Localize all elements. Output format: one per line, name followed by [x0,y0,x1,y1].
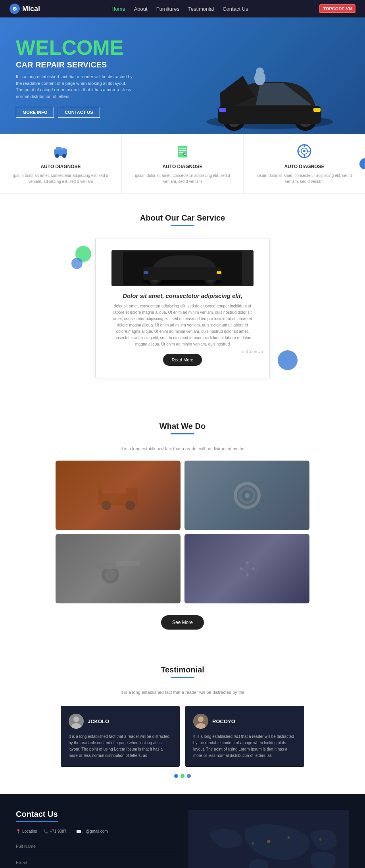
svg-rect-19 [179,150,186,151]
svg-point-54 [252,567,255,570]
service-title-2: AUTO DIAGNOSE [129,164,236,169]
about-watermark: TopCode.vn [240,349,263,354]
what-divider [171,433,194,434]
about-card-title: Dolor sit amet, consectetur adipiscing e… [111,292,254,299]
svg-point-46 [105,569,116,580]
svg-point-50 [242,563,253,574]
blue-blob-small [71,258,83,269]
svg-rect-37 [217,271,221,274]
read-more-button[interactable]: Read More [163,354,202,366]
svg-rect-20 [179,152,183,153]
testimonial-name-1: JCKOLO [88,718,109,724]
navbar: ⚙ Mical Home About Furnitures Testimonia… [0,0,365,17]
svg-rect-48 [116,561,140,566]
location-icon: 📍 [16,829,21,833]
svg-rect-36 [144,271,148,274]
svg-rect-39 [102,484,126,494]
svg-point-56 [73,716,79,722]
what-we-do-section: What We Do It is a long established fact… [0,406,365,649]
contact-email-text: ...@gmail.com [83,829,108,833]
testimonial-avatar-2 [193,714,208,729]
contact-title: Contact Us [16,810,58,822]
nav-testimonial[interactable]: Testimonial [188,6,214,12]
testimonial-section: Testimonial It is a long established fac… [0,649,365,794]
testimonial-cards: JCKOLO It is a long established fact tha… [16,706,349,767]
about-title: About Our Car Service [16,213,349,223]
testimonial-avatar-1 [69,714,84,729]
what-subtitle: It is a long established fact that a rea… [16,446,349,451]
svg-rect-8 [219,108,226,112]
hero-buttons: MORE INFO CONTACT US [16,107,190,118]
dot-2[interactable] [181,774,184,778]
testimonial-dot-nav [16,774,349,778]
about-car-bg [111,250,254,286]
full-name-input[interactable] [16,841,177,852]
svg-point-51 [246,561,249,565]
testimonial-name-2: ROCOYO [212,718,235,724]
svg-point-53 [240,567,243,570]
what-image-1 [56,461,181,530]
nav-home[interactable]: Home [111,6,125,12]
dot-3[interactable] [187,774,191,778]
svg-point-24 [303,150,305,152]
svg-point-14 [62,154,66,158]
contact-phone-text: +71 9087... [50,829,69,833]
nav-links: Home About Furnitures Testimonial Contac… [111,5,248,12]
contact-location: 📍 Locatins [16,829,37,833]
phone-icon: 📞 [43,829,48,833]
service-card-1: AUTO DIAGNOSE ipsum dolor sit amet, cons… [0,134,122,193]
about-divider [171,225,194,226]
about-section: About Our Car Service Dolo [0,194,365,406]
service-icon-1 [52,142,69,160]
what-image-grid [56,461,309,603]
what-image-2 [184,461,309,530]
nav-contact[interactable]: Contact Us [223,6,248,12]
svg-point-65 [319,838,322,841]
contact-info: 📍 Locatins 📞 +71 9087... ✉️ ...@gmail.co… [16,829,177,833]
hero-section: WELCOME CAR REPAIR SERVICES It is a long… [0,17,365,134]
services-bar: AUTO DIAGNOSE ipsum dolor sit amet, cons… [0,134,365,194]
logo-text: Mical [22,5,40,13]
svg-rect-16 [61,148,65,150]
service-desc-2: ipsum dolor sit amet, consectetur adipis… [129,173,236,184]
svg-point-63 [288,836,290,839]
svg-point-59 [198,716,204,722]
contact-form-area: Contact Us 📍 Locatins 📞 +71 9087... ✉️ .… [16,810,177,868]
svg-point-62 [267,840,271,843]
svg-point-64 [252,842,254,845]
service-title-3: AUTO DIAGNOSE [251,164,358,169]
see-more-button[interactable]: See More [161,615,204,630]
nav-about[interactable]: About [134,6,148,12]
hero-subtitle: CAR REPAIR SERVICES [16,60,190,69]
service-card-2: AUTO DIAGNOSE ipsum dolor sit amet, cons… [122,134,244,193]
contact-us-hero-button[interactable]: CONTACT US [58,107,100,118]
about-card-body: dolor sit amet, consectetur adipiscing e… [111,303,254,348]
service-icon-2 [174,142,191,160]
testimonial-header-2: ROCOYO [193,714,296,729]
what-image-4 [184,534,309,603]
logo-icon: ⚙ [10,4,20,14]
topcode-badge: TOPCODE.VN [319,4,355,13]
blue-blob-large [278,350,298,370]
testimonial-subtitle: It is a long established fact that a rea… [16,690,349,695]
testimonial-card-2: ROCOYO It is a long established fact tha… [185,706,304,767]
contact-location-text: Locatins [22,829,37,833]
service-title-1: AUTO DIAGNOSE [7,164,114,169]
dot-1[interactable] [174,774,178,778]
svg-rect-35 [143,267,222,280]
logo[interactable]: ⚙ Mical [10,4,40,14]
svg-rect-17 [178,146,187,157]
more-info-button[interactable]: MORE INFO [16,107,54,118]
nav-furnitures[interactable]: Furnitures [156,6,180,12]
contact-form: SEND f t ▶ ✉ [16,841,177,868]
service-desc-1: ipsum dolor sit amet, consectetur adipis… [7,173,114,184]
svg-rect-18 [179,148,186,149]
svg-rect-7 [218,106,321,124]
svg-point-44 [245,493,250,498]
testimonial-body-1: It is a long established fact that a rea… [69,734,172,759]
email-input[interactable] [16,857,177,868]
svg-point-52 [246,573,249,576]
testimonial-divider [171,677,194,678]
testimonial-header-1: JCKOLO [69,714,172,729]
svg-point-41 [125,501,135,510]
